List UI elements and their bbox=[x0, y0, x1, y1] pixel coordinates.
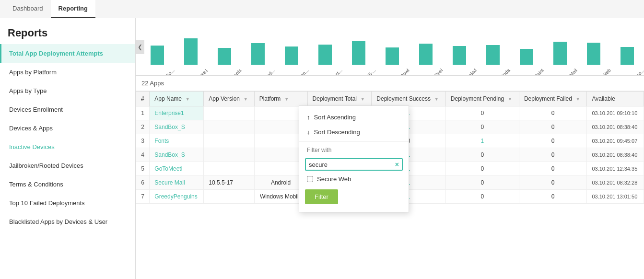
chart-bar-label: OrangeSalad bbox=[454, 68, 478, 76]
cell-num: 5 bbox=[136, 162, 150, 176]
top-tabs: Dashboard Reporting bbox=[0, 0, 644, 18]
chart-bar-label: Paint bbox=[521, 68, 545, 76]
sort-ascending-option[interactable]: Sort Ascending bbox=[299, 110, 409, 125]
sidebar-item-inactive-devices[interactable]: Inactive Devices bbox=[0, 138, 135, 156]
chart-bar-label: GoToMeeti... bbox=[252, 68, 276, 76]
sidebar-item-devices-apps[interactable]: Devices & Apps bbox=[0, 119, 135, 138]
platform-sort-icon: ▼ bbox=[284, 96, 289, 102]
sort-descending-label: Sort Descending bbox=[314, 128, 360, 136]
column-filter-dropdown: Sort Ascending Sort Descending Filter wi… bbox=[299, 105, 409, 212]
chart-bar bbox=[553, 42, 567, 65]
filter-clear-button[interactable]: × bbox=[395, 161, 399, 168]
sort-descending-option[interactable]: Sort Descending bbox=[299, 125, 409, 140]
chart-bar-label: Log Collect... bbox=[319, 68, 343, 76]
chart-bar-group: OrangeSoda bbox=[479, 45, 507, 73]
filter-checkbox-item-secureweb[interactable]: Secure Web bbox=[299, 173, 409, 186]
cell-num: 1 bbox=[136, 106, 150, 120]
sidebar-item-jailbroken[interactable]: Jailbroken/Rooted Devices bbox=[0, 156, 135, 175]
dep-success-sort-icon: ▼ bbox=[434, 96, 439, 102]
chart-bar-group: OrangeBowl bbox=[378, 47, 407, 73]
cell-dep-pending: 0 bbox=[445, 120, 519, 134]
cell-available: 03.10.201 12:34:35 bbox=[587, 162, 644, 176]
chart-bar-group: Enterprise1 bbox=[176, 38, 205, 73]
cell-dep-pending: 0 bbox=[445, 176, 519, 190]
cell-dep-pending: 0 bbox=[445, 106, 519, 120]
col-platform[interactable]: Platform ▼ bbox=[254, 92, 307, 106]
col-dep-pending[interactable]: Deployment Pending ▼ bbox=[445, 92, 519, 106]
col-appversion[interactable]: App Version ▼ bbox=[204, 92, 254, 106]
appname-sort-icon: ▼ bbox=[185, 96, 190, 102]
chart-bar bbox=[285, 46, 298, 65]
col-num[interactable]: # bbox=[136, 92, 150, 106]
col-dep-success[interactable]: Deployment Success ▼ bbox=[372, 92, 445, 106]
col-dep-failed[interactable]: Deployment Failed ▼ bbox=[519, 92, 587, 106]
cell-available: 03.10.201 08:32:28 bbox=[587, 176, 644, 190]
col-dep-total[interactable]: Deployment Total ▼ bbox=[307, 92, 372, 106]
chart-bar bbox=[184, 38, 198, 65]
cell-available: 03.10.201 08:38:40 bbox=[587, 120, 644, 134]
cell-dep-pending: 1 bbox=[445, 134, 519, 148]
cell-dep-failed: 0 bbox=[519, 106, 587, 120]
chart-bar-label: Enterprise1 bbox=[185, 68, 209, 76]
secure-web-checkbox[interactable] bbox=[307, 176, 313, 182]
sidebar-item-blacklisted[interactable]: Blacklisted Apps by Devices & User bbox=[0, 212, 135, 231]
chart-bar-group: Fonts bbox=[210, 48, 239, 73]
cell-appversion bbox=[204, 106, 254, 120]
col-available[interactable]: Available bbox=[587, 92, 644, 106]
sidebar-item-apps-by-type[interactable]: Apps by Type bbox=[0, 81, 135, 100]
collapse-button[interactable]: ❮ bbox=[136, 40, 144, 54]
sort-asc-icon bbox=[307, 114, 310, 121]
cell-num: 7 bbox=[136, 190, 150, 204]
dropdown-divider bbox=[299, 141, 409, 142]
chart-bar-label: OrangeBowl bbox=[386, 68, 410, 76]
cell-dep-failed: 0 bbox=[519, 120, 587, 134]
cell-dep-failed: 0 bbox=[519, 162, 587, 176]
chart-bar-group: Log Collect... bbox=[311, 45, 340, 73]
appversion-sort-icon: ▼ bbox=[243, 96, 248, 102]
cell-appversion bbox=[204, 134, 254, 148]
chart-bar bbox=[251, 43, 265, 65]
cell-appname: SandBox_S bbox=[150, 148, 204, 162]
chart-bar bbox=[386, 47, 399, 65]
cell-appname: GoToMeeti bbox=[150, 162, 204, 176]
cell-appname: GreedyPenguins bbox=[150, 190, 204, 204]
cell-num: 3 bbox=[136, 134, 150, 148]
tab-reporting[interactable]: Reporting bbox=[51, 0, 95, 18]
chart-bar-group: Paint bbox=[512, 49, 541, 73]
cell-dep-pending: 0 bbox=[445, 190, 519, 204]
table-info: 22 Apps bbox=[136, 76, 644, 91]
chart-bar-label: SSA-Office... bbox=[621, 68, 644, 76]
sidebar-item-apps-by-platform[interactable]: Apps by Platform bbox=[0, 63, 135, 81]
sidebar-item-top10[interactable]: Top 10 Failed Deployments bbox=[0, 194, 135, 212]
chart-bar bbox=[151, 46, 164, 65]
chart-bar-group: GreedyPen... bbox=[277, 46, 306, 73]
cell-available: 03.10.201 09:45:07 bbox=[587, 134, 644, 148]
tab-dashboard[interactable]: Dashboard bbox=[5, 0, 51, 18]
filter-input-wrap: × bbox=[305, 158, 403, 171]
cell-appversion: 10.5.5-17 bbox=[204, 176, 254, 190]
cell-num: 6 bbox=[136, 176, 150, 190]
chart-bar bbox=[621, 47, 634, 65]
chart-bar-group: Secure Web bbox=[579, 43, 608, 73]
cell-appname: Fonts bbox=[150, 134, 204, 148]
sidebar-title: Reports bbox=[0, 18, 135, 44]
chart-bar-group: OrangePeel bbox=[411, 44, 440, 73]
sidebar-item-terms[interactable]: Terms & Conditions bbox=[0, 175, 135, 194]
cell-dep-failed: 0 bbox=[519, 134, 587, 148]
cell-dep-pending: 0 bbox=[445, 162, 519, 176]
content-area: ❮ SandBo...Enterprise1FontsGoToMeeti...G… bbox=[136, 18, 644, 279]
chart-bar-group: SandBo... bbox=[143, 46, 172, 73]
chart-bar-label: Fonts bbox=[219, 68, 243, 76]
chart-bar-label: Secure Web bbox=[588, 68, 612, 76]
chart-bar-group: SSA-Office... bbox=[613, 47, 642, 73]
secure-web-label: Secure Web bbox=[317, 175, 351, 183]
chart-scroll-area[interactable]: ❮ SandBo...Enterprise1FontsGoToMeeti...G… bbox=[136, 18, 644, 76]
sidebar-item-devices-enrollment[interactable]: Devices Enrollment bbox=[0, 100, 135, 119]
filter-input[interactable] bbox=[309, 161, 395, 168]
col-appname[interactable]: App Name ▼ bbox=[150, 92, 204, 106]
dep-pending-sort-icon: ▼ bbox=[508, 96, 513, 102]
filter-apply-button[interactable]: Filter bbox=[305, 189, 338, 204]
sidebar-item-total-app-deployment[interactable]: Total App Deployment Attempts bbox=[0, 44, 135, 63]
chart-bar bbox=[318, 45, 332, 65]
cell-available: 03.10.201 09:10:10 bbox=[587, 106, 644, 120]
